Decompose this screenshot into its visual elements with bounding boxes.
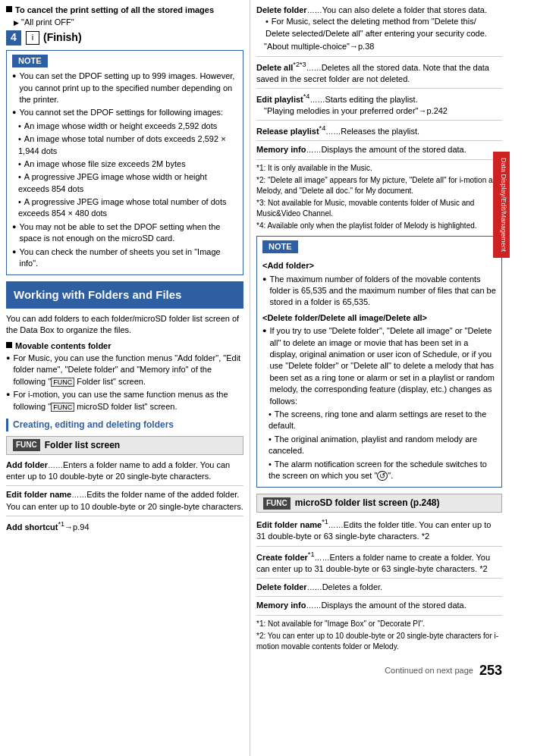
create-folder-ref2: *2 bbox=[479, 564, 487, 573]
add-folder-item: Add folder……Enters a folder name to add … bbox=[6, 460, 243, 483]
add-folder-title: Add folder bbox=[6, 460, 48, 469]
note-add-folder-item: The maximum number of folders of the mov… bbox=[262, 274, 496, 309]
memory-info2-title: Memory info bbox=[256, 601, 306, 610]
divider-r1 bbox=[256, 56, 502, 57]
note-sub-1: The screens, ring tone and alarm setting… bbox=[269, 409, 496, 432]
memory-info-item: Memory info……Displays the amount of the … bbox=[256, 144, 502, 155]
edit-playlist-title: Edit playlist bbox=[256, 95, 303, 104]
edit-folder-name2-ref2: *2 bbox=[422, 532, 429, 541]
edit-folder-name2-ref: *1 bbox=[322, 518, 328, 525]
footer-area: Continued on next page 253 bbox=[256, 661, 502, 680]
note-label-top: NOTE bbox=[12, 55, 48, 67]
divider-r8 bbox=[256, 596, 502, 597]
microsd-section: FUNC microSD folder list screen (p.248) … bbox=[256, 494, 502, 680]
note-box-top: NOTE You can set the DPOF setting up to … bbox=[6, 50, 243, 276]
delete-folder2-title: Delete folder bbox=[256, 582, 307, 591]
func-microsd-box: FUNC microSD folder list screen (p.248) bbox=[256, 494, 502, 513]
edit-playlist-desc: Starts editing the playlist. bbox=[325, 95, 417, 104]
release-playlist-ref: *4 bbox=[319, 124, 326, 132]
note-item-3-text: You may not be able to set the DPOF sett… bbox=[19, 221, 237, 245]
restriction-4: A progressive JPEG image whose width or … bbox=[18, 171, 237, 195]
note-item-1-text: You can set the DPOF setting up to 999 i… bbox=[19, 71, 237, 105]
finish-label: (Finish) bbox=[43, 30, 82, 45]
microsd-screen-title: microSD folder list screen (p.248) bbox=[295, 497, 440, 510]
movable-black-square bbox=[6, 342, 12, 348]
create-folder-title: Create folder bbox=[256, 552, 308, 561]
restriction-1: An image whose width or height exceeds 2… bbox=[18, 121, 237, 132]
func-tag-2: FUNC bbox=[263, 497, 291, 510]
delete-all-ref: *2*3 bbox=[293, 61, 306, 68]
note-sub-2: The original animation, playlist and ran… bbox=[269, 434, 496, 457]
note-delete-heading: <Delete folder/Delete all image/Delete a… bbox=[262, 312, 496, 324]
create-folder-item: Create folder*1……Enters a folder name to… bbox=[256, 550, 502, 575]
delete-folder2-item: Delete folder……Deletes a folder. bbox=[256, 582, 502, 593]
cancel-print-heading: To cancel the print setting of all the s… bbox=[15, 5, 214, 16]
edit-folder-name-item: Edit folder name……Edits the folder name … bbox=[6, 489, 243, 513]
movable-section: Movable contents folder bbox=[6, 340, 243, 352]
note-add-folder-heading: <Add folder> bbox=[262, 260, 496, 271]
delete-folder-ref: "About multiple-choice"→p.38 bbox=[264, 41, 502, 52]
edit-folder-name-title: Edit folder name bbox=[6, 490, 71, 499]
add-shortcut-link: →p.94 bbox=[64, 522, 89, 532]
func-folder-list-box: FUNC Folder list screen bbox=[6, 436, 243, 455]
movable-item-2-text: For i-motion, you can use the same funct… bbox=[13, 389, 243, 413]
right-column: Delete folder……You can also delete a fol… bbox=[250, 0, 508, 756]
restriction-3: An image whose file size exceeds 2M byte… bbox=[18, 158, 237, 170]
edit-playlist-item: Edit playlist*4……Starts editing the play… bbox=[256, 92, 502, 117]
folder-list-screen-label: Folder list screen bbox=[45, 439, 120, 452]
memory-info-desc: Displays the amount of the stored data. bbox=[321, 145, 466, 154]
note-item-4: You can check the number of sheets you s… bbox=[12, 246, 237, 270]
note-add-folder-text: The maximum number of folders of the mov… bbox=[269, 274, 496, 309]
divider-1 bbox=[6, 485, 243, 486]
working-body: You can add folders to each folder/micro… bbox=[6, 313, 243, 337]
note-item-3: You may not be able to set the DPOF sett… bbox=[12, 221, 237, 245]
working-box: Working with Folders and Files bbox=[6, 281, 243, 309]
note-label-right: NOTE bbox=[262, 240, 298, 253]
delete-folder-desc: You can also delete a folder that stores… bbox=[322, 5, 487, 14]
divider-r5 bbox=[256, 159, 502, 160]
delete-folder2-desc: Deletes a folder. bbox=[322, 582, 383, 591]
footnotes2-section: *1: Not available for "Image Box" or "De… bbox=[256, 619, 502, 652]
footnote-1: *1: It is only available in the Music. bbox=[256, 163, 502, 174]
divider-2 bbox=[6, 516, 243, 516]
func-tag-1: FUNC bbox=[13, 439, 40, 451]
page-container: To cancel the print setting of all the s… bbox=[0, 0, 534, 756]
memory-info2-item: Memory info……Displays the amount of the … bbox=[256, 600, 502, 611]
delete-folder-title: Delete folder bbox=[256, 5, 307, 14]
edit-playlist-link: "Playing melodies in your preferred orde… bbox=[264, 105, 502, 117]
release-playlist-title: Release playlist bbox=[256, 127, 319, 136]
divider-r3 bbox=[256, 120, 502, 121]
step-number: 4 bbox=[6, 30, 21, 45]
add-shortcut-title: Add shortcut bbox=[6, 522, 58, 532]
footnote-4: *4: Available only when the playlist fol… bbox=[256, 221, 502, 231]
note-item-1: You can set the DPOF setting up to 999 i… bbox=[12, 71, 237, 105]
note-item-4-text: You can check the number of sheets you s… bbox=[19, 246, 237, 270]
footnote2-2: *2: You can enter up to 10 double-byte o… bbox=[256, 631, 502, 652]
restriction-2: An image whose total number of dots exce… bbox=[18, 133, 237, 157]
divider-r2 bbox=[256, 88, 502, 89]
release-playlist-item: Release playlist*4……Releases the playlis… bbox=[256, 124, 502, 137]
memory-info-title: Memory info bbox=[256, 145, 306, 154]
movable-item-1-text: For Music, you can use the function menu… bbox=[13, 353, 243, 387]
note-box-right: NOTE <Add folder> The maximum number of … bbox=[256, 236, 502, 488]
note-item-2-text: You cannot set the DPOF settings for fol… bbox=[19, 107, 223, 118]
edit-folder-name2-title: Edit folder name bbox=[256, 520, 322, 529]
footnote-2: *2: "Delete all image" appears for My pi… bbox=[256, 175, 502, 196]
cancel-print-section: To cancel the print setting of all the s… bbox=[6, 5, 243, 16]
note-delete-text: If you try to use "Delete folder", "Dele… bbox=[269, 325, 496, 407]
divider-r4 bbox=[256, 140, 502, 141]
finish-icon: i bbox=[26, 31, 39, 45]
creating-heading: Creating, editing and deleting folders bbox=[6, 419, 243, 431]
restriction-5: A progressive JPEG image whose total num… bbox=[18, 196, 237, 220]
delete-all-title: Delete all bbox=[256, 62, 293, 71]
divider-r7 bbox=[256, 578, 502, 579]
create-folder-ref: *1 bbox=[308, 551, 315, 558]
footnote2-1: *1: Not available for "Image Box" or "De… bbox=[256, 619, 502, 629]
note-delete-item: If you try to use "Delete folder", "Dele… bbox=[262, 325, 496, 407]
note-item-2: You cannot set the DPOF settings for fol… bbox=[12, 107, 237, 118]
memory-info2-desc: Displays the amount of the stored data. bbox=[321, 601, 466, 610]
step4-finish: 4 i (Finish) bbox=[6, 30, 243, 45]
continued-text: Continued on next page bbox=[385, 665, 473, 676]
footnotes-section: *1: It is only available in the Music. *… bbox=[256, 163, 502, 231]
all-print-off: "All print OFF" bbox=[14, 17, 243, 28]
